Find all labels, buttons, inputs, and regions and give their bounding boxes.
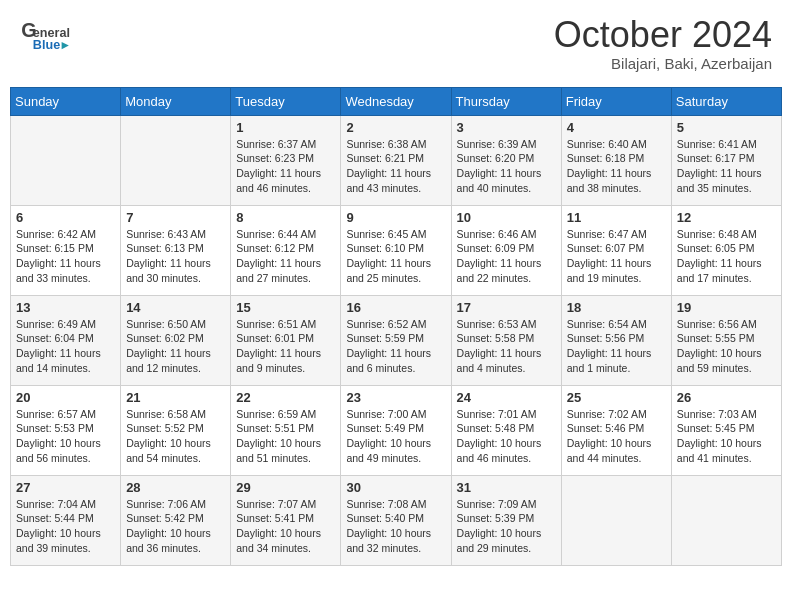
day-info: Sunrise: 7:04 AM Sunset: 5:44 PM Dayligh… [16, 497, 115, 556]
calendar-day-cell: 28Sunrise: 7:06 AM Sunset: 5:42 PM Dayli… [121, 475, 231, 565]
day-info: Sunrise: 6:38 AM Sunset: 6:21 PM Dayligh… [346, 137, 445, 196]
calendar-week-row: 1Sunrise: 6:37 AM Sunset: 6:23 PM Daylig… [11, 115, 782, 205]
day-number: 21 [126, 390, 225, 405]
day-number: 17 [457, 300, 556, 315]
calendar-day-cell: 5Sunrise: 6:41 AM Sunset: 6:17 PM Daylig… [671, 115, 781, 205]
day-number: 2 [346, 120, 445, 135]
day-info: Sunrise: 6:58 AM Sunset: 5:52 PM Dayligh… [126, 407, 225, 466]
day-number: 24 [457, 390, 556, 405]
day-info: Sunrise: 6:40 AM Sunset: 6:18 PM Dayligh… [567, 137, 666, 196]
day-number: 19 [677, 300, 776, 315]
day-number: 4 [567, 120, 666, 135]
day-number: 12 [677, 210, 776, 225]
calendar-day-cell: 1Sunrise: 6:37 AM Sunset: 6:23 PM Daylig… [231, 115, 341, 205]
logo: G eneral Blue [20, 15, 70, 60]
calendar-day-cell: 22Sunrise: 6:59 AM Sunset: 5:51 PM Dayli… [231, 385, 341, 475]
logo-icon: G eneral Blue [20, 15, 70, 60]
calendar-day-cell: 13Sunrise: 6:49 AM Sunset: 6:04 PM Dayli… [11, 295, 121, 385]
day-info: Sunrise: 6:45 AM Sunset: 6:10 PM Dayligh… [346, 227, 445, 286]
day-info: Sunrise: 6:46 AM Sunset: 6:09 PM Dayligh… [457, 227, 556, 286]
day-number: 14 [126, 300, 225, 315]
page-header: G eneral Blue October 2024 Bilajari, Bak… [10, 10, 782, 77]
day-number: 7 [126, 210, 225, 225]
day-number: 28 [126, 480, 225, 495]
calendar-day-cell: 3Sunrise: 6:39 AM Sunset: 6:20 PM Daylig… [451, 115, 561, 205]
day-info: Sunrise: 6:48 AM Sunset: 6:05 PM Dayligh… [677, 227, 776, 286]
calendar-week-row: 13Sunrise: 6:49 AM Sunset: 6:04 PM Dayli… [11, 295, 782, 385]
calendar-day-cell: 31Sunrise: 7:09 AM Sunset: 5:39 PM Dayli… [451, 475, 561, 565]
day-info: Sunrise: 6:49 AM Sunset: 6:04 PM Dayligh… [16, 317, 115, 376]
day-number: 8 [236, 210, 335, 225]
day-of-week-header: Friday [561, 87, 671, 115]
day-info: Sunrise: 6:57 AM Sunset: 5:53 PM Dayligh… [16, 407, 115, 466]
calendar-day-cell: 6Sunrise: 6:42 AM Sunset: 6:15 PM Daylig… [11, 205, 121, 295]
svg-text:Blue: Blue [33, 38, 60, 52]
day-info: Sunrise: 6:52 AM Sunset: 5:59 PM Dayligh… [346, 317, 445, 376]
day-info: Sunrise: 6:42 AM Sunset: 6:15 PM Dayligh… [16, 227, 115, 286]
calendar-day-cell: 27Sunrise: 7:04 AM Sunset: 5:44 PM Dayli… [11, 475, 121, 565]
day-info: Sunrise: 6:54 AM Sunset: 5:56 PM Dayligh… [567, 317, 666, 376]
day-info: Sunrise: 7:06 AM Sunset: 5:42 PM Dayligh… [126, 497, 225, 556]
day-of-week-header: Saturday [671, 87, 781, 115]
day-number: 9 [346, 210, 445, 225]
calendar-day-cell [671, 475, 781, 565]
calendar-day-cell [561, 475, 671, 565]
calendar-week-row: 27Sunrise: 7:04 AM Sunset: 5:44 PM Dayli… [11, 475, 782, 565]
day-info: Sunrise: 6:39 AM Sunset: 6:20 PM Dayligh… [457, 137, 556, 196]
day-number: 15 [236, 300, 335, 315]
day-info: Sunrise: 7:00 AM Sunset: 5:49 PM Dayligh… [346, 407, 445, 466]
days-of-week-row: SundayMondayTuesdayWednesdayThursdayFrid… [11, 87, 782, 115]
day-info: Sunrise: 7:01 AM Sunset: 5:48 PM Dayligh… [457, 407, 556, 466]
day-info: Sunrise: 7:09 AM Sunset: 5:39 PM Dayligh… [457, 497, 556, 556]
day-number: 25 [567, 390, 666, 405]
day-info: Sunrise: 7:03 AM Sunset: 5:45 PM Dayligh… [677, 407, 776, 466]
calendar-body: 1Sunrise: 6:37 AM Sunset: 6:23 PM Daylig… [11, 115, 782, 565]
day-number: 30 [346, 480, 445, 495]
day-number: 3 [457, 120, 556, 135]
calendar-day-cell: 10Sunrise: 6:46 AM Sunset: 6:09 PM Dayli… [451, 205, 561, 295]
calendar-day-cell: 2Sunrise: 6:38 AM Sunset: 6:21 PM Daylig… [341, 115, 451, 205]
day-of-week-header: Sunday [11, 87, 121, 115]
calendar-day-cell: 4Sunrise: 6:40 AM Sunset: 6:18 PM Daylig… [561, 115, 671, 205]
day-info: Sunrise: 7:02 AM Sunset: 5:46 PM Dayligh… [567, 407, 666, 466]
calendar-day-cell: 24Sunrise: 7:01 AM Sunset: 5:48 PM Dayli… [451, 385, 561, 475]
day-info: Sunrise: 6:50 AM Sunset: 6:02 PM Dayligh… [126, 317, 225, 376]
calendar-day-cell: 20Sunrise: 6:57 AM Sunset: 5:53 PM Dayli… [11, 385, 121, 475]
day-info: Sunrise: 6:43 AM Sunset: 6:13 PM Dayligh… [126, 227, 225, 286]
day-number: 1 [236, 120, 335, 135]
day-number: 6 [16, 210, 115, 225]
calendar-day-cell: 29Sunrise: 7:07 AM Sunset: 5:41 PM Dayli… [231, 475, 341, 565]
calendar-header: SundayMondayTuesdayWednesdayThursdayFrid… [11, 87, 782, 115]
day-info: Sunrise: 6:47 AM Sunset: 6:07 PM Dayligh… [567, 227, 666, 286]
day-number: 10 [457, 210, 556, 225]
calendar-day-cell: 7Sunrise: 6:43 AM Sunset: 6:13 PM Daylig… [121, 205, 231, 295]
calendar-day-cell: 16Sunrise: 6:52 AM Sunset: 5:59 PM Dayli… [341, 295, 451, 385]
day-info: Sunrise: 6:59 AM Sunset: 5:51 PM Dayligh… [236, 407, 335, 466]
day-number: 22 [236, 390, 335, 405]
day-of-week-header: Wednesday [341, 87, 451, 115]
calendar-table: SundayMondayTuesdayWednesdayThursdayFrid… [10, 87, 782, 566]
calendar-week-row: 20Sunrise: 6:57 AM Sunset: 5:53 PM Dayli… [11, 385, 782, 475]
day-info: Sunrise: 6:41 AM Sunset: 6:17 PM Dayligh… [677, 137, 776, 196]
calendar-day-cell: 17Sunrise: 6:53 AM Sunset: 5:58 PM Dayli… [451, 295, 561, 385]
day-info: Sunrise: 6:51 AM Sunset: 6:01 PM Dayligh… [236, 317, 335, 376]
day-number: 29 [236, 480, 335, 495]
day-info: Sunrise: 6:56 AM Sunset: 5:55 PM Dayligh… [677, 317, 776, 376]
day-number: 31 [457, 480, 556, 495]
day-of-week-header: Thursday [451, 87, 561, 115]
calendar-day-cell [121, 115, 231, 205]
day-number: 11 [567, 210, 666, 225]
day-number: 27 [16, 480, 115, 495]
day-number: 23 [346, 390, 445, 405]
calendar-day-cell: 19Sunrise: 6:56 AM Sunset: 5:55 PM Dayli… [671, 295, 781, 385]
day-info: Sunrise: 6:44 AM Sunset: 6:12 PM Dayligh… [236, 227, 335, 286]
month-title: October 2024 [554, 15, 772, 55]
title-block: October 2024 Bilajari, Baki, Azerbaijan [554, 15, 772, 72]
day-info: Sunrise: 6:37 AM Sunset: 6:23 PM Dayligh… [236, 137, 335, 196]
calendar-day-cell: 14Sunrise: 6:50 AM Sunset: 6:02 PM Dayli… [121, 295, 231, 385]
calendar-day-cell: 15Sunrise: 6:51 AM Sunset: 6:01 PM Dayli… [231, 295, 341, 385]
day-of-week-header: Tuesday [231, 87, 341, 115]
day-info: Sunrise: 7:07 AM Sunset: 5:41 PM Dayligh… [236, 497, 335, 556]
calendar-week-row: 6Sunrise: 6:42 AM Sunset: 6:15 PM Daylig… [11, 205, 782, 295]
calendar-day-cell: 12Sunrise: 6:48 AM Sunset: 6:05 PM Dayli… [671, 205, 781, 295]
